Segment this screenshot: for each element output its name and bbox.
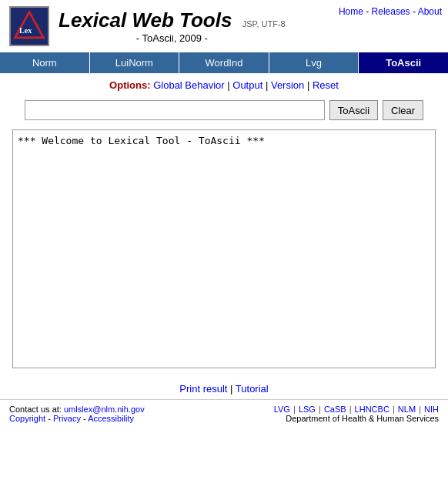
options-link-reset[interactable]: Reset	[313, 79, 339, 91]
print-result-link[interactable]: Print result	[179, 383, 227, 395]
toascii-button[interactable]: ToAscii	[329, 100, 378, 120]
nav-tab-norm[interactable]: Norm	[0, 52, 90, 73]
options-bar: Options: Global Behavior | Output | Vers…	[0, 73, 448, 96]
logo: Lex	[9, 6, 49, 46]
copyright-link[interactable]: Copyright	[9, 414, 45, 423]
email-link[interactable]: umlslex@nlm.nih.gov	[64, 405, 145, 414]
output-area[interactable]	[12, 129, 436, 368]
nav-tab-luinorm[interactable]: LuiNorm	[90, 52, 180, 73]
main-input[interactable]	[25, 100, 325, 120]
lvg-link[interactable]: LVG	[274, 405, 290, 414]
svg-text:Lex: Lex	[19, 26, 32, 35]
footer-right: LVG | LSG | CaSB | LHNCBC | NLM | NIH De…	[274, 405, 439, 423]
footer: Contact us at: umlslex@nlm.nih.gov Copyr…	[0, 399, 448, 428]
bottom-links: Print result | Tutorial	[0, 375, 448, 399]
header-title: Lexical Web Tools JSP, UTF-8	[59, 8, 286, 32]
nih-link[interactable]: NIH	[424, 405, 439, 414]
nav-tab-lvg[interactable]: Lvg	[269, 52, 359, 73]
dept-text: Department of Health & Human Services	[274, 414, 439, 423]
nav-tab-wordind[interactable]: WordInd	[179, 52, 269, 73]
header-subtitle: - ToAscii, 2009 -	[59, 32, 286, 44]
clear-button[interactable]: Clear	[383, 100, 423, 120]
options-label: Options:	[109, 79, 150, 91]
header: Lex Lexical Web Tools JSP, UTF-8 - ToAsc…	[0, 0, 448, 52]
nav-tab-toascii[interactable]: ToAscii	[359, 52, 448, 73]
nlm-link[interactable]: NLM	[398, 405, 416, 414]
options-link-version[interactable]: Version	[271, 79, 304, 91]
accessibility-link[interactable]: Accessibility	[88, 414, 134, 423]
privacy-link[interactable]: Privacy	[53, 414, 81, 423]
nav-tabs: NormLuiNormWordIndLvgToAscii	[0, 52, 448, 73]
footer-left: Contact us at: umlslex@nlm.nih.gov Copyr…	[9, 405, 145, 423]
casb-link[interactable]: CaSB	[324, 405, 346, 414]
contact-label: Contact us at:	[9, 405, 64, 414]
lsg-link[interactable]: LSG	[299, 405, 316, 414]
output-section	[12, 129, 436, 371]
header-text: Lexical Web Tools JSP, UTF-8 - ToAscii, …	[59, 8, 286, 44]
options-link-global-behavior[interactable]: Global Behavior	[153, 79, 225, 91]
options-link-output[interactable]: Output	[232, 79, 262, 91]
lhncbc-link[interactable]: LHNCBC	[355, 405, 389, 414]
input-row: ToAscii Clear	[0, 96, 448, 125]
tutorial-link[interactable]: Tutorial	[236, 383, 269, 395]
options-links: Global Behavior | Output | Version | Res…	[153, 79, 339, 91]
